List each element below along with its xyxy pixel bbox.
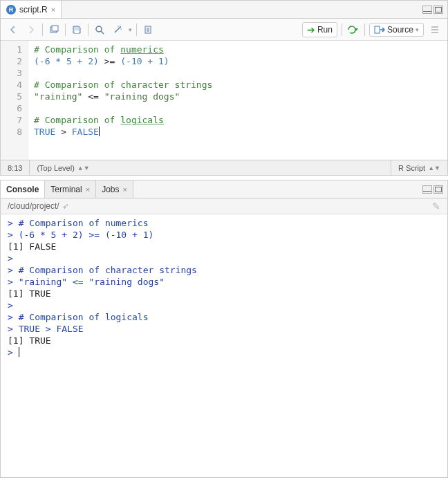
svg-point-7 — [118, 26, 118, 26]
console-tabbar: Console Terminal × Jobs × — [1, 180, 447, 198]
svg-point-6 — [120, 26, 121, 28]
rerun-icon[interactable] — [346, 23, 360, 37]
console-pane: Console Terminal × Jobs × /cloud/project… — [0, 180, 448, 478]
console-line: [1] TRUE — [8, 288, 440, 299]
separator — [42, 24, 43, 36]
dropdown-caret-icon: ▾ — [416, 26, 419, 33]
console-line: > — [8, 346, 440, 358]
console-line: > (-6 * 5 + 2) >= (-10 + 1) — [8, 229, 440, 241]
editor-tabbar: R script.R × — [1, 1, 447, 19]
code-line: (-6 * 5 + 2) — [34, 56, 104, 66]
tab-terminal[interactable]: Terminal × — [45, 180, 96, 198]
outline-icon[interactable] — [428, 23, 442, 37]
console-line: > # Comparison of character strings — [8, 264, 440, 276]
pane-controls — [422, 6, 447, 14]
source-pane: R script.R × ▾ — [0, 0, 448, 176]
tab-console[interactable]: Console — [1, 180, 45, 198]
close-icon[interactable]: × — [51, 6, 55, 14]
editor-tab-script[interactable]: R script.R × — [1, 1, 62, 18]
console-breadcrumb: /cloud/project/ ➶ ✎ — [1, 198, 447, 214]
code-line: # Comparison of numerics — [34, 44, 164, 55]
source-label: Source — [387, 25, 413, 35]
maximize-pane-button[interactable] — [433, 185, 443, 194]
minimize-pane-button[interactable] — [422, 185, 432, 194]
r-file-icon: R — [6, 5, 16, 15]
updown-icon: ▲▼ — [77, 165, 90, 172]
working-dir: /cloud/project/ — [8, 201, 59, 211]
show-in-new-window-icon[interactable] — [47, 23, 61, 37]
editor-statusbar: 8:13 (Top Level)▲▼ R Script▲▼ — [1, 160, 447, 175]
clear-console-icon[interactable]: ✎ — [432, 201, 440, 212]
find-icon[interactable] — [93, 23, 106, 37]
run-arrow-icon: ➔ — [307, 24, 315, 35]
svg-rect-1 — [52, 26, 58, 31]
text-cursor — [99, 127, 100, 136]
back-icon[interactable] — [6, 23, 20, 37]
console-line: > — [8, 252, 440, 264]
cursor-position: 8:13 — [1, 160, 30, 175]
tab-label: Terminal — [50, 185, 82, 194]
svg-rect-13 — [375, 26, 380, 33]
forward-icon[interactable] — [24, 23, 38, 37]
code-line: # Comparison of character strings — [34, 80, 212, 90]
console-line: > "raining" <= "raining dogs" — [8, 276, 440, 288]
line-gutter: 12345678 — [1, 41, 28, 160]
dropdown-caret-icon[interactable]: ▾ — [129, 26, 132, 33]
separator — [342, 24, 342, 36]
console-line: [1] FALSE — [8, 241, 440, 252]
separator — [364, 24, 365, 36]
goto-dir-icon[interactable]: ➶ — [62, 201, 69, 211]
svg-line-5 — [115, 27, 120, 33]
svg-line-4 — [101, 31, 104, 34]
code-editor[interactable]: 12345678 # Comparison of numerics (-6 * … — [1, 41, 447, 160]
compile-report-icon[interactable] — [141, 23, 155, 37]
run-label: Run — [317, 25, 333, 35]
code-line: "raining" — [34, 91, 82, 102]
close-icon[interactable]: × — [86, 185, 90, 194]
source-button[interactable]: Source ▾ — [369, 23, 424, 37]
maximize-pane-button[interactable] — [433, 6, 443, 14]
minimize-pane-button[interactable] — [422, 6, 432, 14]
svg-point-8 — [120, 28, 121, 29]
wand-icon[interactable] — [111, 23, 124, 37]
tab-label: Console — [6, 185, 39, 194]
console-output[interactable]: > # Comparison of numerics > (-6 * 5 + 2… — [1, 214, 447, 477]
source-arrow-icon — [374, 26, 385, 34]
console-line: [1] TRUE — [8, 335, 440, 346]
console-line: > # Comparison of logicals — [8, 311, 440, 323]
updown-icon: ▲▼ — [428, 165, 440, 172]
scope-selector[interactable]: (Top Level)▲▼ — [30, 164, 391, 172]
editor-tab-label: script.R — [19, 5, 48, 15]
save-icon[interactable] — [70, 23, 84, 37]
console-line: > — [8, 299, 440, 311]
toolbar-right: ➔ Run Source ▾ — [302, 22, 442, 37]
separator — [65, 24, 66, 36]
code-area[interactable]: # Comparison of numerics (-6 * 5 + 2) >=… — [28, 41, 218, 160]
console-line: > # Comparison of numerics — [8, 217, 440, 229]
svg-rect-2 — [75, 30, 79, 33]
language-selector[interactable]: R Script▲▼ — [391, 160, 447, 175]
separator — [136, 24, 137, 36]
run-button[interactable]: ➔ Run — [302, 22, 337, 37]
close-icon[interactable]: × — [123, 185, 127, 194]
editor-toolbar: ▾ ➔ Run Source ▾ — [1, 19, 447, 41]
tab-label: Jobs — [102, 185, 119, 194]
separator — [88, 24, 88, 36]
tab-jobs[interactable]: Jobs × — [96, 180, 133, 198]
console-line: > TRUE > FALSE — [8, 323, 440, 335]
code-line: TRUE — [34, 127, 55, 137]
pane-controls — [422, 185, 447, 194]
text-cursor — [19, 347, 19, 357]
svg-point-3 — [96, 26, 102, 32]
code-line: # Comparison of logicals — [34, 115, 164, 125]
